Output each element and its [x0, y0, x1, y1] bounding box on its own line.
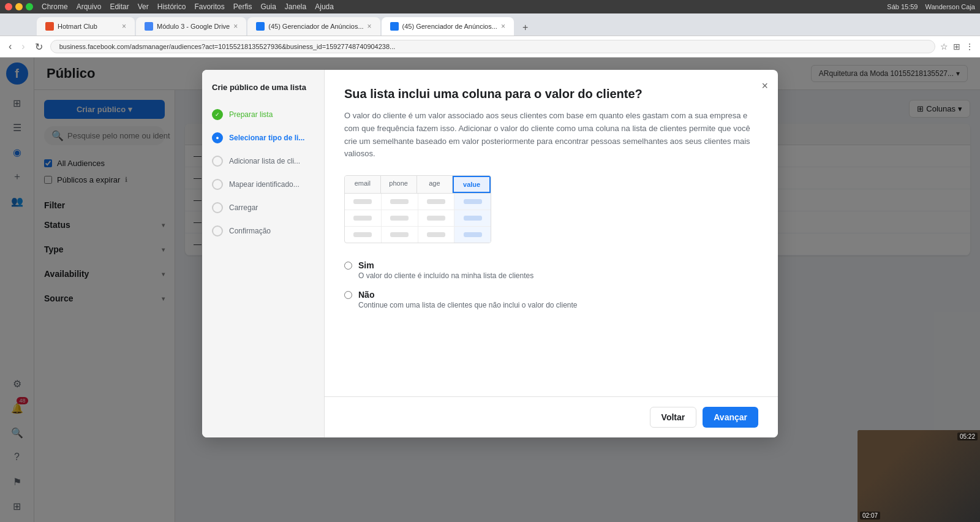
- datetime-display: Sáb 15:59: [887, 3, 918, 10]
- menu-perfis[interactable]: Perfis: [233, 2, 252, 11]
- radio-yes[interactable]: [344, 262, 352, 270]
- video-person: 02:07 05:22: [858, 430, 980, 522]
- radio-no[interactable]: [344, 291, 352, 299]
- tab-close-3[interactable]: ×: [368, 22, 372, 31]
- col-phone: phone: [381, 176, 417, 193]
- step-4-label: Mapear identificado...: [229, 180, 300, 189]
- col-value: value: [453, 176, 491, 193]
- table-demo: email phone age value: [344, 175, 491, 243]
- menu-janela[interactable]: Janela: [285, 2, 306, 11]
- step-3-circle: [212, 156, 223, 167]
- tab-favicon-2: [145, 22, 153, 31]
- tab-close-4[interactable]: ×: [501, 22, 505, 31]
- address-bar-actions: ☆ ⊞ ⋮: [940, 42, 974, 51]
- browser-menu-icon[interactable]: ⋮: [965, 42, 974, 51]
- step-3-label: Adicionar lista de cli...: [229, 157, 300, 165]
- tab-title-4: (45) Gerenciador de Anúncios...: [402, 23, 497, 30]
- step-2-label: Selecionar tipo de li...: [229, 134, 304, 142]
- close-window-button[interactable]: [5, 3, 12, 10]
- col-email: email: [345, 176, 381, 193]
- bookmark-icon[interactable]: ☆: [940, 42, 948, 51]
- address-bar-input[interactable]: [50, 40, 935, 53]
- tab-favicon-3: [256, 22, 265, 31]
- option-yes-description: O valor do cliente é incluído na minha l…: [358, 271, 533, 280]
- menu-ver[interactable]: Ver: [138, 2, 149, 11]
- menu-ajuda[interactable]: Ajuda: [315, 2, 334, 11]
- menu-favoritos[interactable]: Favoritos: [194, 2, 224, 11]
- modal-step-6[interactable]: Confirmação: [202, 219, 324, 243]
- user-display: Wanderson Caja: [925, 3, 975, 10]
- new-tab-button[interactable]: +: [518, 20, 533, 36]
- tab-favicon-4: [390, 22, 399, 31]
- table-demo-row-3: [345, 227, 491, 243]
- step-1-circle: ✓: [212, 109, 223, 120]
- tab-close-1[interactable]: ×: [122, 22, 126, 31]
- extensions-icon[interactable]: ⊞: [953, 42, 960, 51]
- modal-step-1[interactable]: ✓ Preparar lista: [202, 103, 324, 126]
- cell-2-3: [418, 210, 455, 226]
- radio-option-yes[interactable]: Sim O valor do cliente é incluído na min…: [344, 260, 758, 280]
- cell-1-2: [382, 194, 418, 210]
- modal-question-title: Sua lista inclui uma coluna para o valor…: [344, 87, 758, 101]
- cell-3-2: [382, 227, 418, 243]
- table-demo-row-2: [345, 210, 491, 227]
- step-5-label: Carregar: [229, 203, 258, 212]
- tab-title-3: (45) Gerenciador de Anúncios...: [268, 23, 363, 30]
- browser-tabs: Hotmart Club × Módulo 3 - Google Drive ×…: [0, 13, 980, 36]
- menu-arquivo[interactable]: Arquivo: [77, 2, 102, 11]
- modal-sidebar-title: Crie público de uma lista: [202, 82, 324, 103]
- video-timestamp: 05:22: [957, 433, 978, 441]
- option-no-content: Não Continue com uma lista de clientes q…: [358, 290, 578, 309]
- step-6-label: Confirmação: [229, 227, 271, 235]
- option-no-description: Continue com uma lista de clientes que n…: [358, 301, 578, 309]
- tab-favicon-1: [45, 22, 54, 31]
- refresh-button[interactable]: ↻: [32, 40, 45, 54]
- cell-1-4: [454, 194, 491, 210]
- menu-chrome[interactable]: Chrome: [42, 2, 68, 11]
- next-button[interactable]: Avançar: [703, 407, 758, 428]
- modal-step-2[interactable]: ● Selecionar tipo de li...: [202, 126, 324, 149]
- video-thumbnail: 02:07 05:22: [858, 430, 980, 522]
- step-6-circle: [212, 225, 223, 236]
- radio-option-no[interactable]: Não Continue com uma lista de clientes q…: [344, 290, 758, 309]
- option-no-title: Não: [358, 290, 578, 300]
- modal-close-button[interactable]: ×: [761, 80, 768, 93]
- modal-description: O valor do cliente é um valor associado …: [344, 110, 758, 161]
- browser-titlebar: Chrome Arquivo Editar Ver Histórico Favo…: [0, 0, 980, 13]
- tab-close-2[interactable]: ×: [233, 22, 238, 31]
- table-demo-row-1: [345, 194, 491, 210]
- maximize-window-button[interactable]: [26, 3, 33, 10]
- forward-button[interactable]: ›: [19, 40, 27, 53]
- modal-overlay: × Crie público de uma lista ✓ Preparar l…: [0, 58, 980, 522]
- menu-guia[interactable]: Guia: [260, 2, 276, 11]
- menu-historico[interactable]: Histórico: [157, 2, 186, 11]
- tab-title-1: Hotmart Club: [58, 23, 118, 30]
- step-2-circle: ●: [212, 132, 223, 143]
- video-time-display: 02:07: [860, 512, 880, 520]
- minimize-window-button[interactable]: [15, 3, 23, 10]
- tab-title-2: Módulo 3 - Google Drive: [157, 23, 230, 30]
- browser-addressbar: ‹ › ↻ ☆ ⊞ ⋮: [0, 36, 980, 58]
- modal-dialog: × Crie público de uma lista ✓ Preparar l…: [202, 70, 778, 437]
- back-button[interactable]: ‹: [6, 40, 14, 53]
- modal-step-3[interactable]: Adicionar lista de cli...: [202, 149, 324, 173]
- browser-tab-4[interactable]: (45) Gerenciador de Anúncios... ×: [382, 17, 514, 36]
- modal-step-5[interactable]: Carregar: [202, 196, 324, 219]
- col-age: age: [417, 176, 453, 193]
- browser-tab-2[interactable]: Módulo 3 - Google Drive ×: [136, 17, 246, 36]
- option-yes-title: Sim: [358, 260, 533, 270]
- modal-footer: Voltar Avançar: [325, 396, 778, 437]
- step-5-circle: [212, 202, 223, 213]
- browser-tab-3[interactable]: (45) Gerenciador de Anúncios... ×: [247, 17, 380, 36]
- table-demo-header: email phone age value: [345, 176, 491, 194]
- modal-step-4[interactable]: Mapear identificado...: [202, 173, 324, 196]
- cell-1-1: [345, 194, 382, 210]
- back-button[interactable]: Voltar: [650, 407, 697, 428]
- cell-1-3: [418, 194, 455, 210]
- browser-menu: Chrome Arquivo Editar Ver Histórico Favo…: [37, 2, 339, 11]
- browser-tab-1[interactable]: Hotmart Club ×: [37, 17, 135, 36]
- option-yes-content: Sim O valor do cliente é incluído na min…: [358, 260, 533, 280]
- menu-editar[interactable]: Editar: [110, 2, 129, 11]
- table-illustration: email phone age value: [344, 175, 758, 243]
- step-1-label: Preparar lista: [229, 110, 273, 119]
